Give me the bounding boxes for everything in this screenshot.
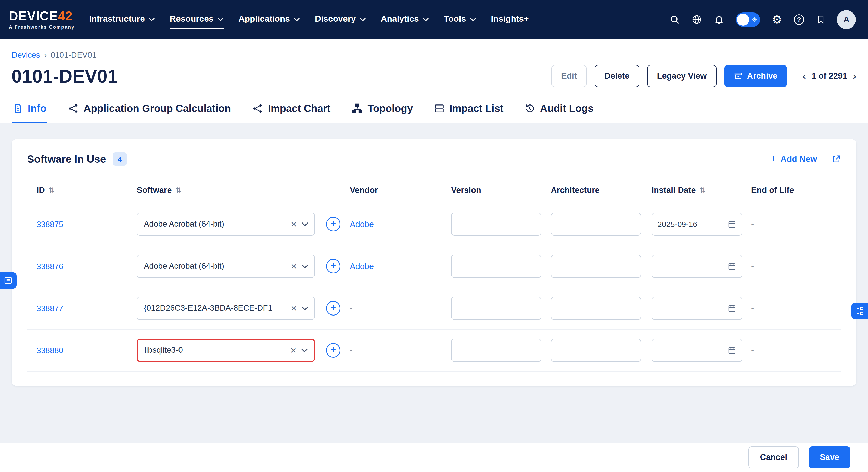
- architecture-input[interactable]: [551, 255, 641, 278]
- delete-button[interactable]: Delete: [595, 65, 639, 87]
- calendar-icon[interactable]: [727, 304, 737, 313]
- external-link-icon[interactable]: [832, 155, 841, 164]
- clear-icon[interactable]: ×: [291, 219, 297, 229]
- cancel-button[interactable]: Cancel: [748, 446, 799, 468]
- add-software-button[interactable]: +: [326, 217, 340, 231]
- install-date-input[interactable]: [652, 255, 742, 278]
- search-icon[interactable]: [669, 14, 680, 25]
- breadcrumb-current: 0101-DEV01: [51, 50, 96, 60]
- add-software-button[interactable]: +: [326, 259, 340, 273]
- tab-application-group-calculation[interactable]: Application Group Calculation: [66, 99, 232, 123]
- sort-icon[interactable]: ⇅: [176, 186, 182, 195]
- sort-icon[interactable]: ⇅: [49, 186, 55, 195]
- left-panel-toggle[interactable]: [0, 272, 17, 289]
- calendar-icon[interactable]: [727, 262, 737, 271]
- device42-logo[interactable]: DEVICE42 A Freshworks Company: [9, 10, 75, 30]
- help-icon[interactable]: ?: [794, 14, 804, 25]
- architecture-input[interactable]: [551, 339, 641, 362]
- vendor-link[interactable]: Adobe: [350, 220, 374, 229]
- row-id-link[interactable]: 338875: [36, 220, 63, 229]
- app-group-icon: [68, 103, 79, 114]
- chevron-down-icon[interactable]: [302, 264, 308, 268]
- add-software-button[interactable]: +: [326, 343, 340, 357]
- audit-logs-icon: [525, 103, 535, 114]
- tab-impact-list[interactable]: Impact List: [433, 99, 504, 123]
- nav-resources[interactable]: Resources: [170, 11, 224, 29]
- bookmark-icon[interactable]: [816, 14, 826, 25]
- row-id-link[interactable]: 338877: [36, 304, 63, 313]
- globe-icon[interactable]: [691, 14, 702, 25]
- nav-discovery[interactable]: Discovery: [315, 11, 366, 29]
- column-header-id: ID⇅: [36, 186, 137, 195]
- tab-impact-chart[interactable]: Impact Chart: [251, 99, 332, 123]
- tab-audit-logs[interactable]: Audit Logs: [524, 99, 595, 123]
- nav-icon-group: ☀ ⚙ ? A: [669, 10, 856, 29]
- nav-applications[interactable]: Applications: [239, 11, 300, 29]
- sun-icon: ☀: [751, 16, 757, 23]
- table-row: 338875 Adobe Acrobat (64-bit) × + Adobe …: [27, 203, 841, 245]
- calendar-icon[interactable]: [727, 220, 737, 229]
- breadcrumb-devices-link[interactable]: Devices: [12, 50, 40, 60]
- version-input[interactable]: [451, 297, 541, 320]
- version-input[interactable]: [451, 339, 541, 362]
- install-date-input[interactable]: [652, 212, 742, 236]
- notifications-bell-icon[interactable]: [714, 14, 724, 25]
- install-date-input[interactable]: [652, 297, 742, 320]
- chevron-down-icon[interactable]: [302, 222, 308, 226]
- prev-record-button[interactable]: ‹: [803, 71, 806, 81]
- header-actions: Edit Delete Legacy View Archive ‹ 1 of 2…: [551, 65, 856, 87]
- page-title: 0101-DEV01: [12, 66, 118, 87]
- archive-icon: [734, 72, 743, 80]
- table-header-row: ID⇅ Software⇅ Vendor Version Architectur…: [27, 178, 841, 203]
- tab-info[interactable]: Info: [12, 99, 48, 123]
- edit-button[interactable]: Edit: [551, 65, 587, 87]
- chevron-down-icon: [294, 18, 300, 22]
- architecture-input[interactable]: [551, 297, 641, 320]
- settings-gear-icon[interactable]: ⚙: [772, 14, 782, 26]
- section-header: Software In Use 4 +Add New: [27, 153, 841, 166]
- software-select[interactable]: Adobe Acrobat (64-bit) ×: [137, 212, 315, 236]
- nav-analytics[interactable]: Analytics: [381, 11, 429, 29]
- section-tools: +Add New: [770, 154, 841, 164]
- architecture-input[interactable]: [551, 212, 641, 236]
- theme-toggle[interactable]: ☀: [736, 12, 761, 27]
- chevron-down-icon[interactable]: [301, 348, 308, 352]
- plus-icon: +: [770, 154, 776, 164]
- clear-icon[interactable]: ×: [291, 303, 297, 313]
- nav-infrastructure[interactable]: Infrastructure: [89, 11, 155, 29]
- main-content: Software In Use 4 +Add New ID⇅ Software⇅…: [0, 123, 868, 443]
- chevron-down-icon: [423, 18, 429, 22]
- software-select-highlighted[interactable]: libsqlite3-0 ×: [137, 339, 315, 362]
- end-of-life-value: -: [751, 220, 754, 229]
- nav-tools[interactable]: Tools: [444, 11, 476, 29]
- calendar-icon[interactable]: [727, 346, 737, 355]
- add-software-button[interactable]: +: [326, 301, 340, 315]
- add-new-button[interactable]: +Add New: [770, 154, 817, 164]
- column-header-vendor: Vendor: [350, 186, 451, 195]
- right-panel-toggle[interactable]: [851, 303, 868, 319]
- save-button[interactable]: Save: [809, 446, 850, 468]
- legacy-view-button[interactable]: Legacy View: [647, 65, 717, 87]
- software-select[interactable]: {012D26C3-E12A-3BDA-8ECE-DF1 ×: [137, 297, 315, 320]
- nav-insights-plus[interactable]: Insights+: [491, 11, 529, 29]
- impact-chart-icon: [252, 103, 263, 114]
- next-record-button[interactable]: ›: [853, 71, 856, 81]
- archive-button[interactable]: Archive: [724, 65, 787, 87]
- chevron-down-icon[interactable]: [302, 306, 308, 310]
- tab-topology[interactable]: Topology: [350, 99, 414, 123]
- row-id-link[interactable]: 338880: [36, 346, 63, 355]
- document-icon: [13, 103, 23, 114]
- sort-icon[interactable]: ⇅: [700, 186, 706, 195]
- end-of-life-value: -: [751, 304, 754, 313]
- user-avatar[interactable]: A: [837, 10, 856, 29]
- software-select[interactable]: Adobe Acrobat (64-bit) ×: [137, 255, 315, 278]
- vendor-link[interactable]: Adobe: [350, 262, 374, 271]
- column-header-architecture: Architecture: [551, 186, 652, 195]
- clear-icon[interactable]: ×: [291, 261, 297, 271]
- version-input[interactable]: [451, 255, 541, 278]
- row-id-link[interactable]: 338876: [36, 262, 63, 271]
- version-input[interactable]: [451, 212, 541, 236]
- clear-icon[interactable]: ×: [290, 345, 296, 355]
- title-row: 0101-DEV01 Edit Delete Legacy View Archi…: [12, 65, 857, 87]
- install-date-input[interactable]: [652, 339, 742, 362]
